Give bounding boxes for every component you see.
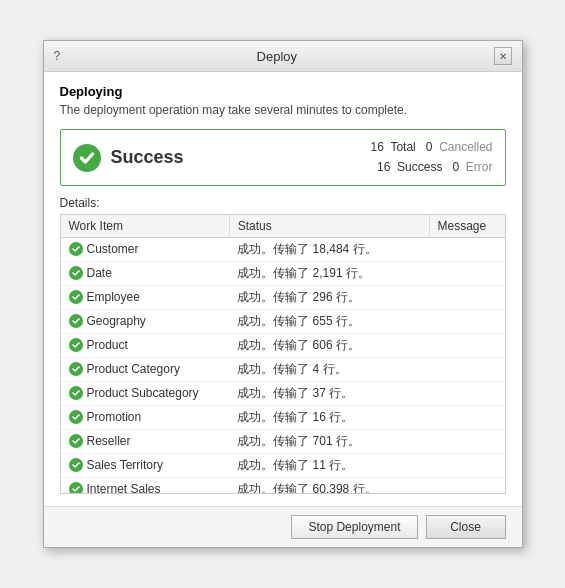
success-count-value: 16 [377,160,390,174]
work-item-cell: Date [61,261,230,285]
help-icon[interactable]: ? [54,49,61,63]
stop-deployment-button[interactable]: Stop Deployment [291,515,417,539]
work-item-cell: Geography [61,309,230,333]
work-item-name: Date [87,266,112,280]
work-item-name: Sales Territory [87,458,163,472]
col-header-message: Message [429,215,504,238]
deploying-header: Deploying The deployment operation may t… [60,84,506,117]
message-cell [429,285,504,309]
status-cell: 成功。传输了 4 行。 [229,357,429,381]
col-header-status: Status [229,215,429,238]
work-item-name: Product Category [87,362,180,376]
status-cell: 成功。传输了 60,398 行。 [229,477,429,494]
deploying-description: The deployment operation may take severa… [60,103,506,117]
status-cell: 成功。传输了 606 行。 [229,333,429,357]
work-item-cell: Employee [61,285,230,309]
work-item-cell: Product Category [61,357,230,381]
details-label: Details: [60,196,506,210]
col-header-work-item: Work Item [61,215,230,238]
details-table-container[interactable]: Work Item Status Message Customer 成功。传输了… [60,214,506,494]
table-row: Product Category 成功。传输了 4 行。 [61,357,505,381]
success-banner: Success 16 Total 0 Cancelled 16 Success … [60,129,506,185]
work-item-name: Employee [87,290,140,304]
deploying-title: Deploying [60,84,506,99]
table-row: Sales Territory 成功。传输了 11 行。 [61,453,505,477]
work-item-cell: Product Subcategory [61,381,230,405]
work-item-name: Product [87,338,128,352]
work-item-cell: Internet Sales [61,477,230,494]
work-item-cell: Sales Territory [61,453,230,477]
row-success-icon [69,482,83,494]
table-row: Internet Sales 成功。传输了 60,398 行。 [61,477,505,494]
title-controls: ✕ [494,47,512,65]
row-success-icon [69,434,83,448]
work-item-name: Customer [87,242,139,256]
error-value: 0 [452,160,459,174]
work-item-name: Promotion [87,410,142,424]
row-success-icon [69,314,83,328]
row-success-icon [69,362,83,376]
status-cell: 成功。传输了 18,484 行。 [229,237,429,261]
close-button[interactable]: Close [426,515,506,539]
message-cell [429,261,504,285]
row-success-icon [69,410,83,424]
status-cell: 成功。传输了 655 行。 [229,309,429,333]
row-success-icon [69,242,83,256]
table-row: Customer 成功。传输了 18,484 行。 [61,237,505,261]
deploy-dialog: ? Deploy ✕ Deploying The deployment oper… [43,40,523,547]
work-item-name: Reseller [87,434,131,448]
cancelled-label: Cancelled [439,140,492,154]
row-success-icon [69,266,83,280]
table-row: Date 成功。传输了 2,191 行。 [61,261,505,285]
message-cell [429,429,504,453]
message-cell [429,333,504,357]
table-row: Promotion 成功。传输了 16 行。 [61,405,505,429]
dialog-footer: Stop Deployment Close [44,506,522,547]
message-cell [429,453,504,477]
cancelled-value: 0 [426,140,433,154]
table-header-row: Work Item Status Message [61,215,505,238]
status-cell: 成功。传输了 2,191 行。 [229,261,429,285]
table-row: Product Subcategory 成功。传输了 37 行。 [61,381,505,405]
work-item-cell: Product [61,333,230,357]
work-item-cell: Reseller [61,429,230,453]
row-success-icon [69,290,83,304]
error-label: Error [466,160,493,174]
work-item-cell: Promotion [61,405,230,429]
title-bar: ? Deploy ✕ [44,41,522,72]
status-cell: 成功。传输了 16 行。 [229,405,429,429]
dialog-body: Deploying The deployment operation may t… [44,72,522,505]
work-item-name: Geography [87,314,146,328]
row-success-icon [69,458,83,472]
table-row: Employee 成功。传输了 296 行。 [61,285,505,309]
work-item-name: Internet Sales [87,482,161,494]
success-icon [73,144,101,172]
close-window-button[interactable]: ✕ [494,47,512,65]
work-item-name: Product Subcategory [87,386,199,400]
status-cell: 成功。传输了 701 行。 [229,429,429,453]
message-cell [429,405,504,429]
message-cell [429,237,504,261]
status-cell: 成功。传输了 11 行。 [229,453,429,477]
total-label: Total [390,140,415,154]
message-cell [429,357,504,381]
table-row: Reseller 成功。传输了 701 行。 [61,429,505,453]
message-cell [429,477,504,494]
status-cell: 成功。传输了 296 行。 [229,285,429,309]
dialog-title: Deploy [60,49,493,64]
message-cell [429,381,504,405]
row-success-icon [69,338,83,352]
details-table: Work Item Status Message Customer 成功。传输了… [61,215,505,494]
status-cell: 成功。传输了 37 行。 [229,381,429,405]
success-label: Success [111,147,371,168]
success-count-label: Success [397,160,442,174]
table-row: Product 成功。传输了 606 行。 [61,333,505,357]
table-row: Geography 成功。传输了 655 行。 [61,309,505,333]
row-success-icon [69,386,83,400]
success-stats: 16 Total 0 Cancelled 16 Success 0 Error [371,138,493,176]
work-item-cell: Customer [61,237,230,261]
total-value: 16 [371,140,384,154]
message-cell [429,309,504,333]
